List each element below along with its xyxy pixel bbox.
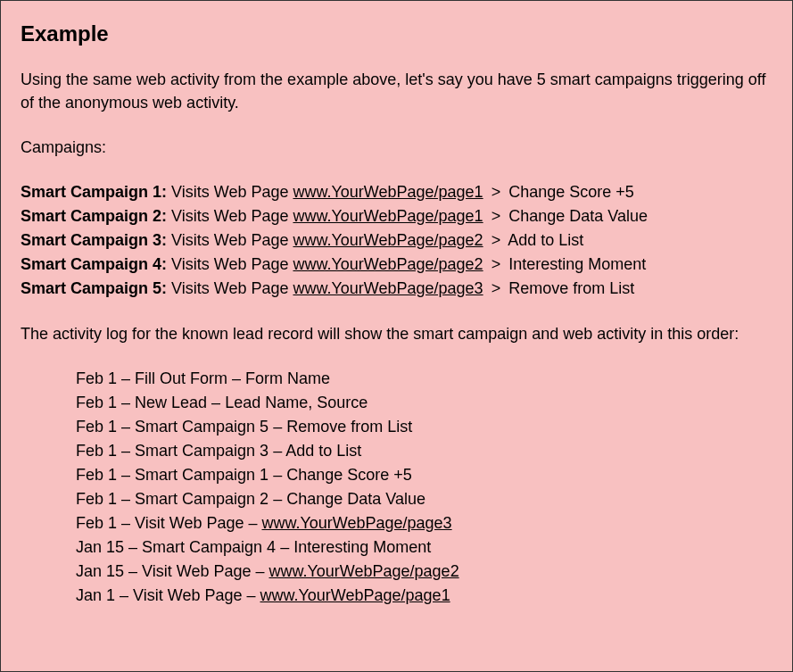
dash: – — [268, 490, 286, 508]
dash: – — [117, 490, 135, 508]
dash: – — [207, 394, 225, 411]
campaign-list: Smart Campaign 1: Visits Web Page www.Yo… — [21, 180, 772, 301]
log-detail: Add to List — [285, 442, 361, 460]
log-date: Jan 1 — [76, 586, 115, 604]
dash: – — [124, 562, 142, 580]
log-date: Jan 15 — [76, 538, 124, 556]
campaign-label: Smart Campaign 3: — [21, 231, 167, 249]
dash: – — [117, 466, 135, 484]
log-event: Smart Campaign 2 — [135, 490, 268, 508]
chevron-right-icon: > — [488, 255, 505, 273]
campaign-url: www.YourWebPage/page2 — [293, 231, 483, 249]
log-row: Feb 1 – Smart Campaign 3 – Add to List — [76, 439, 772, 463]
intro-text: Using the same web activity from the exa… — [21, 68, 772, 114]
campaign-action: Interesting Moment — [508, 255, 646, 273]
log-date: Feb 1 — [76, 466, 117, 484]
activity-log: Feb 1 – Fill Out Form – Form Name Feb 1 … — [21, 367, 772, 608]
dash: – — [268, 442, 285, 460]
log-detail: www.YourWebPage/page2 — [268, 562, 458, 580]
log-date: Feb 1 — [76, 418, 117, 436]
log-event: Fill Out Form — [135, 369, 227, 387]
log-detail: Remove from List — [286, 418, 412, 436]
log-event: Smart Campaign 3 — [135, 442, 268, 460]
dash: – — [117, 442, 135, 460]
campaign-row: Smart Campaign 2: Visits Web Page www.Yo… — [21, 204, 772, 228]
log-row: Feb 1 – Smart Campaign 5 – Remove from L… — [76, 415, 772, 439]
campaign-label: Smart Campaign 1: — [21, 183, 167, 201]
campaign-action: Change Score +5 — [508, 183, 634, 201]
log-event: Smart Campaign 4 — [142, 538, 276, 556]
log-detail: Change Score +5 — [286, 466, 412, 484]
campaign-url: www.YourWebPage/page1 — [293, 207, 483, 225]
dash: – — [115, 586, 133, 604]
dash: – — [124, 538, 142, 556]
log-row: Jan 15 – Visit Web Page – www.YourWebPag… — [76, 560, 772, 584]
log-detail: Change Data Value — [286, 490, 425, 508]
dash: – — [276, 538, 293, 556]
campaign-url: www.YourWebPage/page2 — [293, 255, 483, 273]
log-date: Feb 1 — [76, 442, 117, 460]
campaign-action: Remove from List — [508, 279, 634, 297]
campaign-label: Smart Campaign 4: — [21, 255, 167, 273]
chevron-right-icon: > — [488, 183, 505, 201]
log-row: Feb 1 – Visit Web Page – www.YourWebPage… — [76, 511, 772, 535]
log-detail: Form Name — [245, 369, 330, 387]
campaign-url: www.YourWebPage/page3 — [293, 279, 483, 297]
campaign-action: Change Data Value — [508, 207, 648, 225]
example-panel: Example Using the same web activity from… — [0, 0, 793, 672]
chevron-right-icon: > — [488, 279, 505, 297]
campaign-prefix: Visits Web Page — [171, 231, 293, 249]
log-detail: www.YourWebPage/page1 — [260, 586, 450, 604]
campaign-prefix: Visits Web Page — [171, 207, 293, 225]
campaign-row: Smart Campaign 3: Visits Web Page www.Yo… — [21, 228, 772, 253]
log-row: Jan 15 – Smart Campaign 4 – Interesting … — [76, 535, 772, 560]
campaign-row: Smart Campaign 1: Visits Web Page www.Yo… — [21, 180, 772, 204]
log-event: Smart Campaign 5 — [135, 418, 268, 436]
dash: – — [251, 562, 268, 580]
dash: – — [117, 418, 135, 436]
chevron-right-icon: > — [488, 207, 505, 225]
campaign-action: Add to List — [508, 231, 583, 249]
log-detail: Interesting Moment — [293, 538, 431, 556]
log-row: Feb 1 – Fill Out Form – Form Name — [76, 367, 772, 391]
log-detail: www.YourWebPage/page3 — [261, 514, 451, 532]
dash: – — [117, 394, 135, 411]
dash: – — [242, 586, 260, 604]
log-date: Feb 1 — [76, 514, 117, 532]
log-event: Visit Web Page — [135, 514, 244, 532]
dash: – — [227, 369, 245, 387]
campaign-label: Smart Campaign 2: — [21, 207, 167, 225]
log-date: Feb 1 — [76, 394, 117, 411]
chevron-right-icon: > — [488, 231, 505, 249]
log-event: Visit Web Page — [142, 562, 251, 580]
log-detail: Lead Name, Source — [225, 394, 368, 411]
campaign-row: Smart Campaign 4: Visits Web Page www.Yo… — [21, 253, 772, 277]
log-row: Jan 1 – Visit Web Page – www.YourWebPage… — [76, 584, 772, 608]
campaign-row: Smart Campaign 5: Visits Web Page www.Yo… — [21, 277, 772, 301]
campaign-prefix: Visits Web Page — [171, 255, 293, 273]
outro-text: The activity log for the known lead reco… — [21, 322, 772, 345]
campaigns-subhead: Campaigns: — [21, 136, 772, 159]
log-row: Feb 1 – Smart Campaign 1 – Change Score … — [76, 463, 772, 487]
dash: – — [268, 466, 286, 484]
campaign-prefix: Visits Web Page — [171, 183, 293, 201]
log-row: Feb 1 – New Lead – Lead Name, Source — [76, 391, 772, 415]
campaign-prefix: Visits Web Page — [171, 279, 293, 297]
log-date: Feb 1 — [76, 490, 117, 508]
dash: – — [268, 418, 286, 436]
log-row: Feb 1 – Smart Campaign 2 – Change Data V… — [76, 487, 772, 511]
log-event: Smart Campaign 1 — [135, 466, 268, 484]
log-date: Jan 15 — [76, 562, 124, 580]
log-event: Visit Web Page — [133, 586, 242, 604]
log-date: Feb 1 — [76, 369, 117, 387]
example-title: Example — [21, 19, 772, 50]
dash: – — [117, 369, 135, 387]
campaign-label: Smart Campaign 5: — [21, 279, 167, 297]
campaign-url: www.YourWebPage/page1 — [293, 183, 483, 201]
log-event: New Lead — [135, 394, 207, 411]
dash: – — [117, 514, 135, 532]
dash: – — [244, 514, 261, 532]
